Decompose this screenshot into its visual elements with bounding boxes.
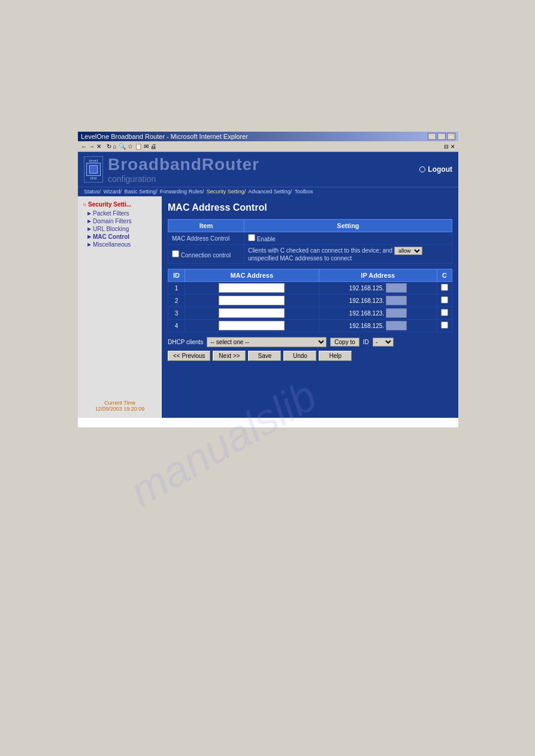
dhcp-row: DHCP clients -- select one -- Copy to ID… — [168, 337, 452, 347]
print-icon[interactable]: 🖨 — [150, 143, 156, 150]
home-icon[interactable]: ⌂ — [113, 143, 117, 150]
router-nav: Status/ Wizard/ Basic Setting/ Forwardin… — [78, 187, 458, 196]
section-icon: ○ — [83, 201, 86, 208]
connection-desc-cell: Clients with C checked can connect to th… — [244, 245, 452, 264]
logo-square — [89, 165, 98, 174]
mac-input-1[interactable] — [219, 283, 285, 293]
refresh-icon[interactable]: ↻ — [107, 143, 111, 150]
next-button[interactable]: Next >> — [213, 351, 246, 361]
stop-icon[interactable]: ✕ — [96, 143, 101, 150]
row-c — [437, 294, 452, 307]
connection-desc2: unspecified MAC addresses to connect — [248, 255, 352, 262]
nav-advanced[interactable]: Advanced Setting/ — [248, 189, 292, 195]
row-ip: 192.168.125. — [319, 320, 437, 332]
row-checkbox-3[interactable] — [441, 309, 448, 316]
ip-suffix-input-1[interactable] — [386, 283, 407, 293]
dhcp-select[interactable]: -- select one -- — [207, 337, 327, 347]
logo-inner — [86, 163, 101, 176]
connection-control-row: Connection control Clients with C checke… — [168, 245, 452, 264]
row-checkbox-4[interactable] — [441, 321, 448, 329]
browser-status: ⊟ ✕ — [444, 144, 455, 150]
allow-select[interactable]: allow deny — [394, 247, 422, 255]
sidebar-item-packet-filters[interactable]: ▶ Packet Filters — [78, 210, 162, 217]
maximize-button[interactable]: □ — [437, 133, 446, 140]
section-label: Security Setti... — [88, 201, 131, 208]
browser-toolbar: ← → ✕ · ↻ ⌂ 🔍 ☆ 📋 ✉ 🖨 ⊟ ✕ — [78, 141, 458, 152]
mac-control-label: MAC Address Control — [168, 232, 244, 245]
main-content: ○ Security Setti... ▶ Packet Filters ▶ D… — [78, 196, 458, 418]
ip-suffix-input-4[interactable] — [386, 321, 407, 330]
connection-control-checkbox[interactable] — [172, 250, 179, 257]
nav-status[interactable]: Status/ — [84, 189, 101, 195]
nav-security[interactable]: Security Setting/ — [207, 189, 246, 195]
ip-prefix-2: 192.168.123. — [349, 297, 384, 304]
sidebar-item-miscellaneous[interactable]: ▶ Miscellaneous — [78, 241, 162, 248]
back-icon[interactable]: ← — [81, 143, 87, 150]
current-time-label: Current Time — [78, 400, 162, 406]
row-checkbox-1[interactable] — [441, 284, 448, 291]
table-row: 3 192.168.123. — [168, 307, 452, 320]
brand-area: BroadbandRouter configuration — [108, 155, 259, 184]
row-id: 4 — [168, 320, 185, 332]
mac-input-4[interactable] — [219, 321, 285, 330]
mac-enable-row: MAC Address Control Enable — [168, 232, 452, 245]
history-icon[interactable]: 📋 — [135, 143, 142, 150]
dhcp-label: DHCP clients — [168, 339, 203, 345]
mac-data-table: ID MAC Address IP Address C 1 — [168, 269, 452, 332]
mac-enable-cell: Enable — [244, 232, 452, 245]
logout-label[interactable]: Logout — [428, 165, 452, 174]
ip-prefix-3: 192.168.123. — [349, 310, 384, 317]
save-button[interactable]: Save — [248, 351, 281, 361]
connection-control-label: Connection control — [168, 245, 244, 264]
connection-desc: Clients with C checked can connect to th… — [248, 247, 392, 254]
row-id: 2 — [168, 294, 185, 307]
ip-prefix-1: 192.168.125. — [349, 285, 384, 292]
nav-basic[interactable]: Basic Setting/ — [125, 189, 158, 195]
close-button[interactable]: × — [447, 133, 455, 140]
table-row: 2 192.168.123. — [168, 294, 452, 307]
row-ip: 192.168.123. — [319, 294, 437, 307]
favorites-icon[interactable]: ☆ — [128, 143, 133, 150]
sidebar-section-title: ○ Security Setti... — [78, 199, 162, 210]
logout-radio[interactable] — [419, 166, 425, 172]
sidebar-item-label: MAC Control — [93, 233, 129, 240]
logo-one: one — [90, 176, 97, 180]
logo-box: level one — [84, 156, 103, 183]
row-checkbox-2[interactable] — [441, 296, 448, 303]
col-c-header: C — [437, 269, 452, 282]
ip-suffix-input-3[interactable] — [386, 308, 407, 318]
search-icon[interactable]: 🔍 — [119, 143, 126, 150]
current-time-value: 12/09/2003 19:20:09 — [78, 406, 162, 412]
ip-prefix-4: 192.168.125. — [349, 323, 384, 329]
arrow-icon: ▶ — [87, 226, 91, 232]
row-c — [437, 282, 452, 294]
sidebar-item-url-blocking[interactable]: ▶ URL Blocking — [78, 225, 162, 233]
previous-button[interactable]: << Previous — [168, 351, 210, 361]
page-title: MAC Address Control — [168, 202, 452, 213]
mac-table: Item Setting MAC Address Control Enable — [168, 219, 452, 264]
ip-suffix-input-2[interactable] — [386, 296, 407, 305]
nav-toolbox[interactable]: Toolbox — [295, 189, 313, 195]
logo-area: level one BroadbandRouter configuration — [84, 155, 259, 184]
forward-icon[interactable]: → — [89, 143, 95, 150]
mac-input-2[interactable] — [219, 296, 285, 305]
mac-enable-checkbox[interactable] — [248, 234, 255, 241]
id-label: ID — [363, 339, 369, 345]
logout-area: Logout — [419, 165, 452, 174]
minimize-button[interactable]: − — [428, 133, 436, 140]
mail-icon[interactable]: ✉ — [144, 143, 149, 150]
brand-title: BroadbandRouter — [108, 155, 259, 174]
col-item-header: Item — [168, 220, 244, 232]
id-select[interactable]: - — [373, 338, 394, 347]
arrow-icon: ▶ — [87, 234, 91, 239]
copy-to-button[interactable]: Copy to — [330, 338, 359, 347]
help-button[interactable]: Help — [319, 351, 352, 361]
nav-wizard[interactable]: Wizard/ — [104, 189, 122, 195]
undo-button[interactable]: Undo — [283, 351, 316, 361]
nav-forwarding[interactable]: Forwarding Rules/ — [160, 189, 204, 195]
enable-label: Enable — [257, 236, 276, 242]
table-row: 4 192.168.125. — [168, 320, 452, 332]
sidebar-item-domain-filters[interactable]: ▶ Domain Filters — [78, 217, 162, 225]
mac-input-3[interactable] — [219, 308, 285, 318]
sidebar-item-mac-control[interactable]: ▶ MAC Control — [78, 233, 162, 241]
